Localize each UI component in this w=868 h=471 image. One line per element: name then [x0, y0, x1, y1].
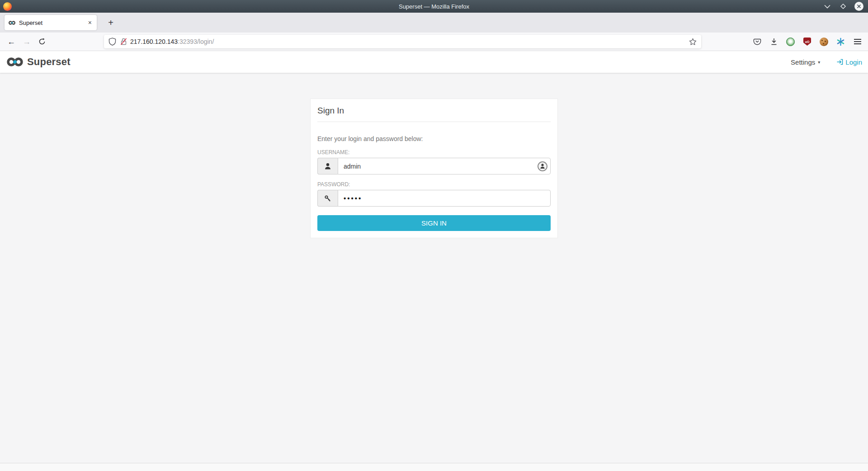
- shield-icon[interactable]: [108, 38, 116, 46]
- browser-tab-superset[interactable]: Superset ×: [5, 15, 97, 30]
- user-icon: [325, 163, 331, 170]
- reload-button[interactable]: [34, 35, 50, 48]
- password-label: PASSWORD:: [317, 181, 551, 188]
- forward-button[interactable]: →: [19, 35, 34, 48]
- sign-in-button[interactable]: SIGN IN: [317, 215, 551, 231]
- firefox-window: Superset — Mozilla Firefox Superset: [0, 0, 868, 471]
- page-viewport: Superset Settings ▾ Login Si: [0, 51, 868, 471]
- downloads-button[interactable]: [767, 35, 781, 48]
- chevron-down-icon: [824, 5, 830, 9]
- page-footer: [0, 463, 868, 471]
- signin-instructions: Enter your login and password below:: [317, 135, 551, 142]
- green-extension-icon: [786, 38, 795, 46]
- close-icon: [854, 2, 863, 11]
- pocket-icon: [753, 38, 761, 46]
- starburst-extension-button[interactable]: [834, 35, 848, 48]
- superset-infinity-icon: [6, 57, 24, 67]
- password-manager-badge[interactable]: [538, 161, 547, 171]
- url-bar[interactable]: 217.160.120.143:32393/login/: [104, 35, 701, 48]
- navigation-toolbar: ← → 217.160.120.143:32393/login/: [0, 33, 868, 51]
- superset-header: Superset Settings ▾ Login: [0, 51, 868, 73]
- reload-icon: [38, 38, 46, 45]
- brand-name: Superset: [27, 56, 71, 68]
- url-host: 217.160.120.143: [130, 38, 178, 45]
- firefox-logo-icon: [3, 2, 12, 11]
- tab-close-icon[interactable]: ×: [87, 19, 93, 26]
- ublock-shield-icon: uO: [803, 38, 811, 46]
- settings-menu[interactable]: Settings ▾: [791, 58, 820, 66]
- username-input[interactable]: [338, 158, 551, 174]
- login-label: Login: [845, 58, 862, 66]
- login-link[interactable]: Login: [836, 58, 862, 66]
- menu-button[interactable]: [850, 35, 864, 48]
- username-group: [317, 158, 551, 174]
- download-icon: [770, 38, 778, 46]
- page-content: Sign In Enter your login and password be…: [0, 73, 868, 463]
- sign-in-icon: [836, 58, 844, 66]
- back-button[interactable]: ←: [4, 35, 19, 48]
- url-text: 217.160.120.143:32393/login/: [130, 38, 214, 45]
- minimize-button[interactable]: [823, 2, 832, 11]
- tab-bar: Superset × +: [0, 13, 868, 33]
- superset-logo[interactable]: Superset: [6, 56, 71, 68]
- password-addon: [317, 190, 338, 207]
- bookmark-star-icon[interactable]: [689, 38, 697, 46]
- cookie-icon: [820, 38, 828, 46]
- window-title: Superset — Mozilla Firefox: [0, 3, 868, 10]
- maximize-button[interactable]: [839, 2, 848, 11]
- signin-card: Sign In Enter your login and password be…: [310, 99, 558, 238]
- cookie-extension-button[interactable]: [817, 35, 831, 48]
- caret-down-icon: ▾: [818, 60, 820, 65]
- ublock-origin-button[interactable]: uO: [800, 35, 814, 48]
- signin-title: Sign In: [317, 106, 551, 122]
- hamburger-icon: [854, 39, 861, 44]
- tab-label: Superset: [19, 19, 87, 26]
- toolbar-extensions: uO: [750, 35, 864, 48]
- pocket-save-button[interactable]: [750, 35, 764, 48]
- identity-icon: [540, 163, 545, 169]
- username-addon: [317, 158, 338, 174]
- new-tab-button[interactable]: +: [104, 16, 118, 29]
- diamond-icon: [840, 3, 846, 9]
- settings-label: Settings: [791, 58, 815, 66]
- superset-favicon-icon: [8, 20, 16, 25]
- password-input[interactable]: [338, 190, 551, 207]
- url-path: :32393/login/: [178, 38, 214, 45]
- insecure-lock-icon[interactable]: [120, 38, 127, 46]
- key-icon: [324, 195, 331, 202]
- close-button[interactable]: [854, 2, 863, 11]
- titlebar: Superset — Mozilla Firefox: [0, 0, 868, 13]
- username-label: USERNAME:: [317, 149, 551, 155]
- extension-green-button[interactable]: [783, 35, 797, 48]
- starburst-icon: [836, 38, 845, 46]
- password-group: [317, 190, 551, 207]
